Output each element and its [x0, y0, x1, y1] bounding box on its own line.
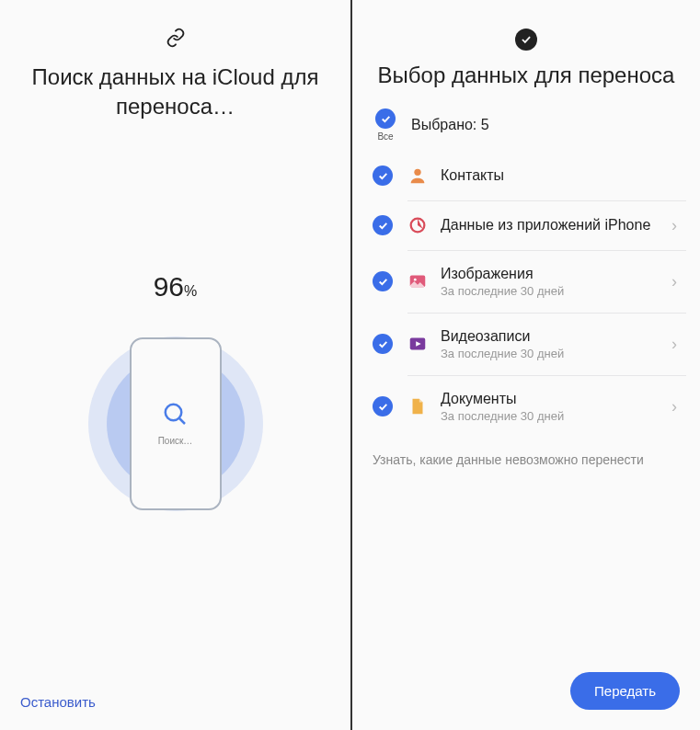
- search-icon: [162, 401, 189, 428]
- item-label: Изображения: [441, 265, 659, 283]
- select-all-row[interactable]: Все Выбрано: 5: [352, 90, 700, 151]
- item-label: Документы: [441, 390, 659, 408]
- chevron-right-icon: ›: [671, 335, 677, 354]
- chevron-right-icon: ›: [671, 272, 677, 291]
- data-list: КонтактыДанные из приложений iPhone›Изоб…: [352, 151, 700, 438]
- list-item[interactable]: ДокументыЗа последние 30 дней›: [352, 375, 686, 438]
- info-link[interactable]: Узнать, какие данные невозможно перенест…: [352, 438, 700, 482]
- list-item[interactable]: Контакты: [352, 151, 686, 200]
- stop-button[interactable]: Остановить: [20, 694, 96, 710]
- doc-icon: [407, 396, 428, 416]
- svg-point-0: [165, 405, 181, 421]
- svg-point-2: [414, 169, 420, 176]
- page-title: Поиск данных на iCloud для переноса…: [0, 63, 350, 122]
- item-label: Видеозаписи: [441, 327, 659, 346]
- item-sublabel: За последние 30 дней: [441, 409, 659, 423]
- pie-icon: [407, 215, 428, 235]
- image-icon: [407, 271, 428, 291]
- svg-line-1: [178, 418, 184, 424]
- progress-percent: 96%: [154, 271, 198, 302]
- chevron-right-icon: ›: [671, 397, 677, 416]
- video-icon: [407, 334, 428, 354]
- search-icloud-screen: Поиск данных на iCloud для переноса… 96%…: [0, 0, 352, 730]
- item-sublabel: За последние 30 дней: [441, 347, 659, 360]
- check-header-icon: [352, 0, 700, 61]
- phone-graphic: Поиск…: [84, 323, 268, 525]
- footer: Остановить: [0, 674, 350, 730]
- item-check-icon: [373, 334, 393, 354]
- transfer-button[interactable]: Передать: [570, 672, 680, 710]
- svg-point-5: [414, 279, 417, 281]
- search-body: 96% Поиск…: [0, 122, 350, 674]
- contact-icon: [407, 165, 428, 186]
- item-check-icon: [373, 396, 393, 416]
- item-label: Данные из приложений iPhone: [441, 216, 659, 234]
- select-data-screen: Выбор данных для переноса Все Выбрано: 5…: [352, 0, 700, 730]
- list-item[interactable]: ИзображенияЗа последние 30 дней›: [352, 250, 686, 313]
- list-item[interactable]: Данные из приложений iPhone›: [352, 200, 686, 250]
- footer: Передать: [352, 652, 700, 730]
- selected-count: Выбрано: 5: [411, 117, 489, 133]
- select-all-check-icon: [375, 108, 396, 129]
- list-item[interactable]: ВидеозаписиЗа последние 30 дней›: [352, 313, 686, 375]
- item-check-icon: [373, 271, 393, 291]
- page-title: Выбор данных для переноса: [352, 61, 700, 90]
- phone-outline: Поиск…: [130, 337, 222, 510]
- item-label: Контакты: [441, 166, 677, 185]
- graphic-label: Поиск…: [158, 436, 193, 446]
- item-sublabel: За последние 30 дней: [441, 284, 659, 298]
- item-check-icon: [373, 165, 393, 186]
- item-check-icon: [373, 215, 393, 235]
- chevron-right-icon: ›: [671, 216, 677, 235]
- all-label: Все: [377, 131, 393, 142]
- link-icon: [0, 0, 350, 63]
